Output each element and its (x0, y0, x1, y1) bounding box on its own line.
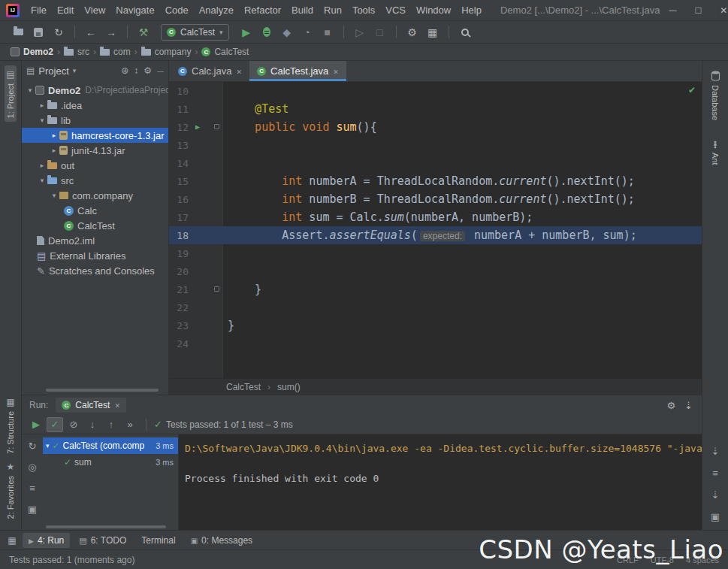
run-icon[interactable] (237, 24, 255, 41)
tab-calctest-java[interactable]: CalcTest.java (249, 61, 346, 81)
code-line[interactable]: 12 public void sum(){ (169, 118, 702, 136)
collapse-arrow-icon[interactable] (49, 147, 59, 154)
inspection-ok-icon[interactable] (688, 85, 696, 95)
code-line[interactable]: 22 (169, 298, 702, 316)
sort-alphabetically-icon[interactable] (103, 417, 119, 432)
menu-tools[interactable]: Tools (347, 2, 380, 18)
breadcrumb-class[interactable]: CalcTest (226, 382, 261, 392)
menu-view[interactable]: View (79, 2, 110, 18)
toolwindow-layout-icon[interactable] (424, 24, 442, 41)
menu-window[interactable]: Window (411, 2, 456, 18)
tree-item-scratches[interactable]: Scratches and Consoles (22, 263, 168, 278)
tree-item-calctest[interactable]: CalcTest (22, 218, 168, 233)
tree-item-src[interactable]: src (22, 173, 168, 188)
code-line[interactable]: 20 (169, 262, 702, 280)
code-line[interactable]: 13 (169, 136, 702, 154)
menu-analyze[interactable]: Analyze (194, 2, 239, 18)
menu-navigate[interactable]: Navigate (110, 2, 159, 18)
rerun-icon[interactable] (28, 417, 44, 432)
tree-item-demo2[interactable]: Demo2 D:\Project\ideaProject\ (22, 83, 168, 98)
collapse-all-icon[interactable] (711, 489, 720, 501)
forward-icon[interactable] (102, 24, 120, 41)
locate-file-icon[interactable] (121, 65, 128, 76)
tree-item-calc[interactable]: Calc (22, 203, 168, 218)
tree-item-external-libraries[interactable]: External Libraries (22, 248, 168, 263)
code-line[interactable]: 10 (169, 82, 702, 100)
rerun-failed-icon[interactable] (29, 440, 37, 452)
menu-code[interactable]: Code (160, 2, 194, 18)
tree-item-out[interactable]: out (22, 158, 168, 173)
close-icon[interactable] (333, 65, 339, 77)
expand-collapse-icon[interactable] (134, 65, 138, 76)
menu-build[interactable]: Build (286, 2, 319, 18)
toolwindow-favorites-button[interactable]: 2: Favorites (5, 458, 17, 522)
show-passed-toggle[interactable] (47, 417, 63, 432)
code-line[interactable]: 21 } (169, 280, 702, 298)
code-line[interactable]: 24 (169, 334, 702, 353)
toolwindow-terminal-button[interactable]: Terminal (135, 533, 181, 548)
breadcrumb-calctest[interactable]: CalcTest (201, 47, 249, 57)
expand-arrow-icon[interactable] (37, 117, 47, 124)
horizontal-scrollbar[interactable] (46, 389, 159, 392)
show-ignored-toggle[interactable] (65, 417, 82, 432)
debug-icon[interactable] (258, 24, 276, 41)
tree-item-idea[interactable]: .idea (22, 98, 168, 113)
menu-file[interactable]: File (26, 2, 52, 18)
breadcrumb-company[interactable]: company (141, 47, 192, 57)
code-line[interactable]: 16 int numberB = ThreadLocalRandom.curre… (169, 190, 702, 208)
back-icon[interactable] (82, 24, 100, 41)
close-button[interactable] (711, 0, 728, 20)
settings-gear-icon[interactable] (143, 65, 152, 76)
menu-vcs[interactable]: VCS (380, 2, 411, 18)
breadcrumb-method[interactable]: sum() (277, 382, 301, 392)
save-all-icon[interactable] (29, 24, 47, 41)
toolwindow-switcher-icon[interactable] (5, 535, 20, 546)
toolwindow-project-button[interactable]: 1: Project (5, 65, 17, 122)
close-icon[interactable] (236, 65, 242, 77)
breadcrumb-src[interactable]: src (64, 47, 89, 57)
stop-icon[interactable] (319, 24, 337, 41)
horizontal-scrollbar[interactable] (46, 525, 166, 528)
run-tab-calctest[interactable]: CalcTest (56, 398, 126, 413)
test-row-calctest[interactable]: CalcTest (com.comp 3 ms (43, 437, 178, 454)
search-icon[interactable] (456, 24, 474, 41)
tree-item-demo2-iml[interactable]: Demo2.iml (22, 233, 168, 248)
settings-wrench-icon[interactable] (403, 24, 421, 41)
menu-refactor[interactable]: Refactor (239, 2, 286, 18)
expand-arrow-icon[interactable] (46, 442, 50, 449)
fold-icon[interactable] (214, 286, 219, 292)
test-row-sum[interactable]: sum 3 ms (43, 454, 178, 471)
code-line[interactable]: 17 int sum = Calc.sum(numberA, numberB); (169, 208, 702, 226)
expand-arrow-icon[interactable] (37, 177, 47, 184)
maximize-button[interactable] (685, 0, 711, 20)
code-line[interactable]: 14 (169, 154, 702, 172)
sync-icon[interactable] (50, 24, 68, 41)
toolwindow-database-button[interactable]: Database (709, 67, 722, 124)
menu-help[interactable]: Help (456, 2, 487, 18)
scroll-to-end-icon[interactable] (711, 446, 720, 457)
soft-wrap-icon[interactable] (712, 468, 718, 479)
import-test-results-icon[interactable] (28, 504, 37, 515)
project-view-mode-select[interactable]: Project ▾ (26, 65, 76, 77)
coverage-icon[interactable] (278, 24, 296, 41)
menu-edit[interactable]: Edit (52, 2, 79, 18)
sort-by-duration-icon[interactable] (84, 417, 101, 432)
expand-arrow-icon[interactable] (49, 192, 59, 199)
tree-item-hamcrest-jar[interactable]: hamcrest-core-1.3.jar (22, 128, 168, 143)
toolwindow-structure-button[interactable]: 7: Structure (5, 393, 17, 458)
run-anything-icon[interactable] (351, 24, 369, 41)
attach-icon[interactable] (371, 24, 389, 41)
build-hammer-icon[interactable] (134, 24, 153, 41)
run-test-gutter-icon[interactable] (195, 123, 200, 131)
run-configuration-select[interactable]: CalcTest ▾ (161, 24, 229, 41)
tree-item-lib[interactable]: lib (22, 113, 168, 128)
toolwindow-todo-button[interactable]: 6: TODO (73, 533, 132, 548)
close-icon[interactable] (114, 400, 120, 410)
toolwindow-messages-button[interactable]: 0: Messages (185, 533, 259, 548)
code-line[interactable]: 19 (169, 244, 702, 262)
run-console[interactable]: D:\Software\Java\JDK9.0.4\bin\java.exe -… (178, 434, 702, 530)
code-line[interactable]: 15 int numberA = ThreadLocalRandom.curre… (169, 172, 702, 190)
breadcrumb-project[interactable]: Demo2 (11, 47, 53, 57)
open-icon[interactable] (9, 24, 27, 41)
profiler-icon[interactable] (298, 24, 316, 41)
